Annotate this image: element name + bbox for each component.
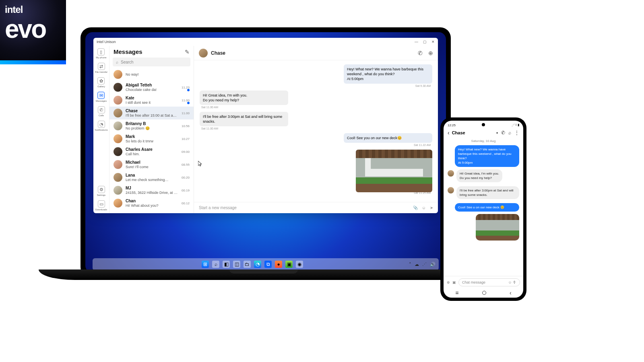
thread-item[interactable]: LanaLet me check something…00.20 bbox=[109, 171, 194, 184]
thread-list-header: Messages ✎ bbox=[109, 46, 194, 58]
thread-item[interactable]: KateI still dont see it11.00 bbox=[109, 94, 194, 107]
message-row: I'll be free after 3:00pm at Sat and wil… bbox=[448, 186, 519, 202]
phone-composer[interactable]: ⊕ ▣ Chat message ☺ 🎙 bbox=[444, 276, 523, 288]
thread-preview: I'll be free after 15:00 at Sat and will… bbox=[126, 113, 178, 117]
nav-downloads[interactable]: ▭ Downloads bbox=[95, 200, 107, 211]
image-message[interactable] bbox=[356, 150, 432, 192]
thread-time: 00.12 bbox=[182, 202, 190, 205]
thread-item[interactable]: ChanHi! What about you?00.12 bbox=[109, 197, 194, 210]
thread-item[interactable]: No way! bbox=[109, 68, 194, 81]
taskbar-app-icon[interactable]: ● bbox=[275, 261, 282, 268]
taskbar-app-icon[interactable]: ▣ bbox=[285, 261, 293, 268]
nav-messages[interactable]: ✉ Messages bbox=[96, 92, 107, 102]
more-icon[interactable]: ⋮ bbox=[514, 130, 519, 136]
nav-file-transfer[interactable]: ⇄ File transfer bbox=[95, 63, 108, 73]
phone-frame: 12:25 ⋰ ⫲ ▮ ‹ Chase ▪ ✆ ⌕ ⋮ Saturday, 10… bbox=[440, 117, 526, 301]
nav-label: Settings bbox=[97, 194, 106, 196]
attach-icon[interactable]: 📎 bbox=[413, 206, 418, 210]
tray-wifi-icon[interactable]: ⋰ bbox=[422, 262, 427, 267]
conversation-header: Chase ✆ ⊕ bbox=[194, 46, 438, 60]
nav-calls[interactable]: ✆ Calls bbox=[98, 106, 105, 117]
gallery-icon[interactable]: ▣ bbox=[452, 280, 456, 284]
thread-name: Michael bbox=[126, 160, 178, 165]
tray-volume-icon[interactable]: 🔊 bbox=[430, 262, 436, 267]
call-icon[interactable]: ✆ bbox=[418, 50, 423, 56]
thread-preview: So lets do it tmrw bbox=[126, 139, 178, 143]
emoji-icon[interactable]: ☺ bbox=[508, 280, 512, 284]
taskbar-taskview-icon[interactable]: ◧ bbox=[223, 261, 230, 268]
thread-item[interactable]: MichaelSure! I'll come08.55 bbox=[109, 158, 194, 171]
message-bubble: Hey! What new? We wanna have barbeque th… bbox=[455, 145, 519, 167]
window-content: ▯ My phone ⇄ File transfer ✿ Gallery ✉ M… bbox=[93, 46, 438, 213]
call-icon[interactable]: ✆ bbox=[501, 130, 505, 136]
search-input[interactable]: ⌕ Search bbox=[113, 58, 190, 66]
intel-evo-badge: intel evo bbox=[0, 0, 66, 64]
taskbar-search-icon[interactable]: ⌕ bbox=[212, 261, 219, 268]
nav-gallery[interactable]: ✿ Gallery bbox=[97, 77, 105, 88]
thread-list[interactable]: No way!Abigail TettehChocolate cake da!1… bbox=[109, 68, 194, 213]
message-bubble: Hey! What new? We wanna have barbeque th… bbox=[344, 64, 432, 84]
window-close[interactable]: ✕ bbox=[431, 40, 435, 44]
taskbar-start-icon[interactable]: ⊞ bbox=[202, 261, 209, 268]
thread-item[interactable]: MarkSo lets do it tmrw10.27 bbox=[109, 132, 194, 145]
window-maximize[interactable]: ▢ bbox=[423, 40, 427, 44]
thread-item[interactable]: MJ24155, 3622 Hillside Drive, at 12:0000… bbox=[109, 184, 194, 197]
avatar bbox=[448, 170, 454, 177]
conversation-name: Chase bbox=[211, 50, 225, 56]
unread-dot bbox=[187, 102, 190, 104]
recents-icon[interactable]: ≡ bbox=[455, 290, 458, 296]
avatar bbox=[114, 121, 122, 130]
plus-icon[interactable]: ⊕ bbox=[447, 280, 450, 284]
mic-icon[interactable]: 🎙 bbox=[513, 280, 516, 284]
phone-chat-body[interactable]: Hey! What new? We wanna have barbeque th… bbox=[444, 144, 523, 276]
window-titlebar: Intel Unison — ▢ ✕ bbox=[93, 38, 438, 46]
taskbar-steam-icon[interactable]: ◉ bbox=[296, 261, 303, 268]
phone-navbar[interactable]: ≡ ‹ bbox=[444, 288, 523, 298]
taskbar-widgets-icon[interactable]: ◫ bbox=[233, 261, 240, 268]
conversation-panel: Chase ✆ ⊕ Hey! What new? We wanna have b… bbox=[194, 46, 438, 213]
send-icon[interactable]: ➤ bbox=[430, 206, 433, 210]
taskbar-explorer-icon[interactable]: 🗀 bbox=[244, 261, 251, 268]
home-icon[interactable] bbox=[482, 291, 486, 295]
search-icon[interactable]: ⌕ bbox=[508, 130, 511, 136]
thread-item[interactable]: Britanny BNo problem 😊10.56 bbox=[109, 119, 194, 132]
tray-chevron-icon[interactable]: ˄ bbox=[409, 262, 411, 267]
nav-my-phone[interactable]: ▯ My phone bbox=[96, 48, 106, 59]
nav-label: Notifications bbox=[95, 129, 108, 131]
tray-cloud-icon[interactable]: ☁ bbox=[415, 262, 419, 267]
thread-item[interactable]: Charles AsareCall him.09.00 bbox=[109, 145, 194, 158]
back-icon[interactable]: ‹ bbox=[448, 130, 450, 136]
thread-item[interactable]: Abigail TettehChocolate cake da!11.23 bbox=[109, 81, 194, 94]
phone-status-icons: ⋰ ⫲ ▮ bbox=[512, 123, 519, 127]
nav-settings[interactable]: ⚙ Settings bbox=[97, 186, 106, 196]
windows-taskbar[interactable]: ⊞ ⌕ ◧ ◫ 🗀 ◔ ⧉ ● ▣ ◉ ˄ ☁ ⋰ 🔊 bbox=[93, 258, 439, 270]
back-icon[interactable]: ‹ bbox=[510, 290, 512, 296]
window-minimize[interactable]: — bbox=[415, 40, 418, 44]
nav-notifications[interactable]: ◔ Notifications bbox=[95, 121, 108, 131]
phone-chat-name: Chase bbox=[452, 130, 465, 135]
thread-name: MJ bbox=[126, 186, 178, 191]
message-timestamp: Sat 11.22 AM bbox=[200, 144, 431, 146]
avatar bbox=[114, 70, 122, 79]
conversation-body[interactable]: Hey! What new? We wanna have barbeque th… bbox=[194, 60, 438, 202]
phone-compose-input[interactable]: Chat message ☺ 🎙 bbox=[458, 278, 520, 286]
compose-icon[interactable]: ✎ bbox=[185, 49, 190, 55]
thread-preview: Sure! I'll come bbox=[126, 165, 178, 169]
video-icon[interactable]: ▪ bbox=[496, 130, 498, 136]
message-timestamp: Sat 11.00 AM bbox=[201, 127, 432, 130]
phone-camera bbox=[482, 123, 485, 126]
calls-icon: ✆ bbox=[98, 106, 105, 113]
thread-time: 08.55 bbox=[182, 163, 190, 167]
taskbar-edge-icon[interactable]: ◔ bbox=[254, 261, 261, 268]
emoji-icon[interactable]: ☺ bbox=[422, 206, 426, 210]
add-person-icon[interactable]: ⊕ bbox=[428, 50, 433, 56]
laptop-lip bbox=[229, 269, 298, 274]
avatar bbox=[114, 147, 122, 156]
message-composer[interactable]: Start a new message 📎 ☺ ➤ bbox=[194, 202, 438, 213]
taskbar-unison-icon[interactable]: ⧉ bbox=[264, 261, 272, 268]
thread-item[interactable]: ChaseI'll be free after 15:00 at Sat and… bbox=[109, 107, 194, 119]
image-message[interactable] bbox=[476, 214, 519, 241]
folder-icon: ▭ bbox=[98, 200, 105, 208]
message-timestamp: Sat 9.30 AM bbox=[200, 84, 431, 87]
laptop-frame: Intel Unison — ▢ ✕ ▯ My phone ⇄ File bbox=[80, 27, 451, 278]
